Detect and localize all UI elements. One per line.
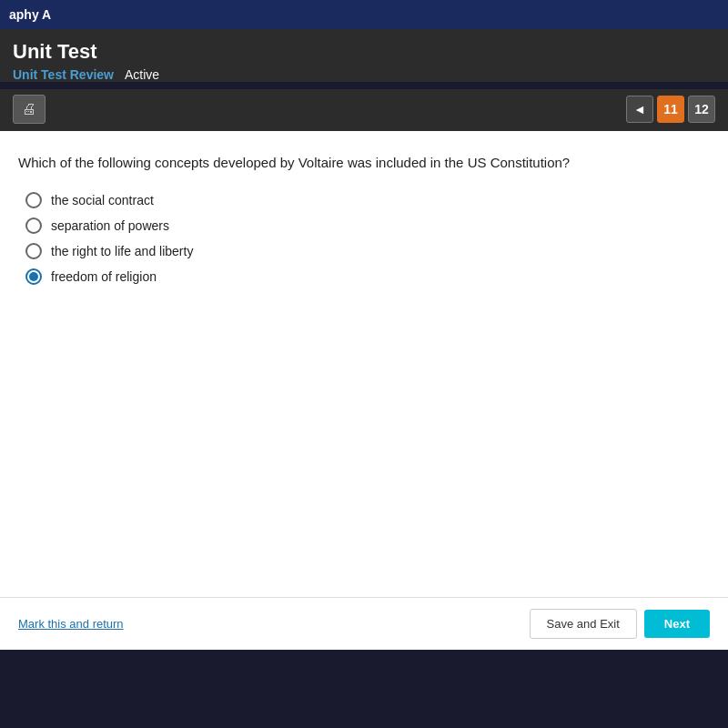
print-button[interactable]: 🖨 <box>13 95 46 124</box>
option-2-label: separation of powers <box>51 218 169 233</box>
option-3[interactable]: the right to life and liberty <box>25 243 710 259</box>
breadcrumb-active-status: Active <box>125 67 159 82</box>
left-arrow-icon: ◄ <box>633 102 646 116</box>
radio-option-2[interactable] <box>25 217 42 234</box>
toolbar-right: ◄ 11 12 <box>626 96 715 123</box>
options-list: the social contract separation of powers… <box>25 192 710 285</box>
option-1[interactable]: the social contract <box>25 192 710 208</box>
breadcrumb-row: Unit Test Review Active <box>13 67 715 82</box>
radio-option-4[interactable] <box>25 268 42 285</box>
option-2[interactable]: separation of powers <box>25 217 710 234</box>
radio-option-1[interactable] <box>25 192 42 208</box>
save-exit-button[interactable]: Save and Exit <box>530 609 637 639</box>
mark-return-link[interactable]: Mark this and return <box>18 617 124 631</box>
nav-prev-button[interactable]: ◄ <box>626 96 653 123</box>
option-4-label: freedom of religion <box>51 269 157 284</box>
nav-page-12-button[interactable]: 12 <box>688 96 715 123</box>
top-bar-title: aphy A <box>9 7 51 22</box>
print-icon: 🖨 <box>22 101 36 117</box>
page-title: Unit Test <box>13 40 715 64</box>
footer-right: Save and Exit Next <box>530 609 710 639</box>
radio-inner-selected <box>29 272 38 281</box>
breadcrumb-link[interactable]: Unit Test Review <box>13 67 114 82</box>
option-1-label: the social contract <box>51 193 154 207</box>
question-text: Which of the following concepts develope… <box>18 153 710 174</box>
main-content: Which of the following concepts develope… <box>0 131 728 650</box>
option-4[interactable]: freedom of religion <box>25 268 710 285</box>
toolbar-row: 🖨 ◄ 11 12 <box>0 89 728 131</box>
option-3-label: the right to life and liberty <box>51 244 193 258</box>
radio-option-3[interactable] <box>25 243 42 259</box>
next-button[interactable]: Next <box>644 610 710 638</box>
toolbar-left: 🖨 <box>13 95 46 124</box>
footer: Mark this and return Save and Exit Next <box>0 597 728 650</box>
nav-page-11-button[interactable]: 11 <box>657 96 684 123</box>
top-bar: aphy A <box>0 0 728 29</box>
header-section: Unit Test Unit Test Review Active <box>0 29 728 82</box>
